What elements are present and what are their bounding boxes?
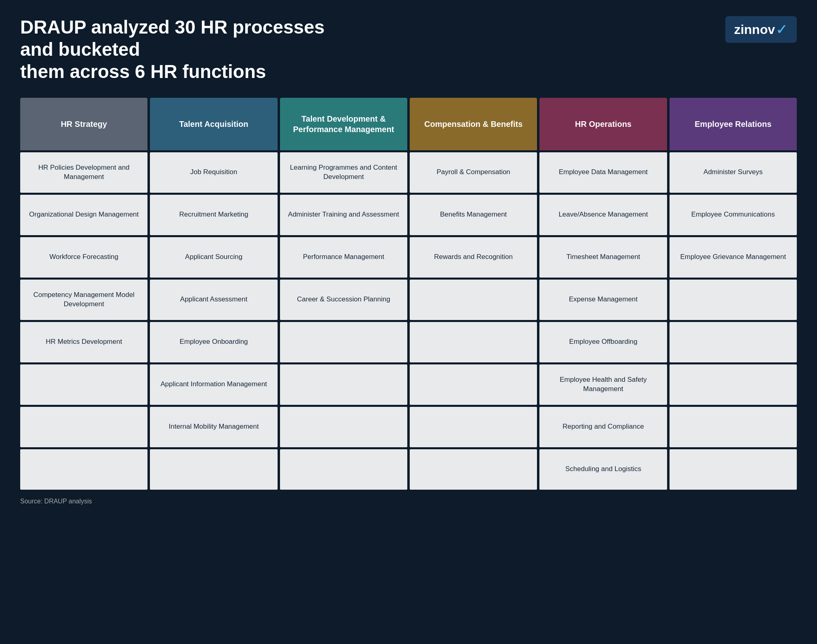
table-row: Employee Offboarding <box>539 322 667 362</box>
table-row: Applicant Information Management <box>150 364 277 405</box>
table-row <box>670 280 797 320</box>
table-row <box>20 407 147 447</box>
table-row <box>410 322 537 362</box>
table-row: Expense Management <box>539 280 667 320</box>
table-row: HR Policies Development and Management <box>20 152 147 193</box>
table-row: Employee Health and Safety Management <box>539 364 667 405</box>
column-talent-dev: Talent Development & Performance Managem… <box>280 98 407 490</box>
table-row: Applicant Sourcing <box>150 237 277 278</box>
page-title: DRAUP analyzed 30 HR processes and bucke… <box>20 16 343 83</box>
column-talent-acquisition: Talent AcquisitionJob RequisitionRecruit… <box>150 98 277 490</box>
table-row <box>410 407 537 447</box>
columns-wrapper: HR StrategyHR Policies Development and M… <box>20 98 797 490</box>
table-row <box>670 407 797 447</box>
column-hr-operations: HR OperationsEmployee Data ManagementLea… <box>539 98 667 490</box>
table-row <box>150 449 277 490</box>
table-row <box>280 322 407 362</box>
column-header-hr-strategy: HR Strategy <box>20 98 147 150</box>
table-row: Learning Programmes and Content Developm… <box>280 152 407 193</box>
table-row <box>670 449 797 490</box>
table-row: Rewards and Recognition <box>410 237 537 278</box>
column-header-employee-relations: Employee Relations <box>670 98 797 150</box>
table-row: HR Metrics Development <box>20 322 147 362</box>
table-row <box>410 449 537 490</box>
table-row: Employee Grievance Management <box>670 237 797 278</box>
table-row: Timesheet Management <box>539 237 667 278</box>
table-row: Administer Training and Assessment <box>280 195 407 235</box>
column-hr-strategy: HR StrategyHR Policies Development and M… <box>20 98 147 490</box>
logo-text: zinnov <box>734 22 775 37</box>
table-row: Competency Management Model Development <box>20 280 147 320</box>
table-row <box>20 449 147 490</box>
column-employee-relations: Employee RelationsAdminister SurveysEmpl… <box>670 98 797 490</box>
column-header-hr-operations: HR Operations <box>539 98 667 150</box>
table-row: Recruitment Marketing <box>150 195 277 235</box>
logo-icon: ✓ <box>776 21 788 38</box>
hr-functions-table: HR StrategyHR Policies Development and M… <box>20 98 797 490</box>
table-row: Leave/Absence Management <box>539 195 667 235</box>
table-row: Reporting and Compliance <box>539 407 667 447</box>
table-row <box>280 407 407 447</box>
column-header-comp-benefits: Compensation & Benefits <box>410 98 537 150</box>
table-row: Job Requisition <box>150 152 277 193</box>
table-row: Employee Communications <box>670 195 797 235</box>
table-row: Administer Surveys <box>670 152 797 193</box>
page-header: DRAUP analyzed 30 HR processes and bucke… <box>20 16 797 83</box>
column-header-talent-acquisition: Talent Acquisition <box>150 98 277 150</box>
table-row <box>20 364 147 405</box>
table-row <box>280 364 407 405</box>
source-citation: Source: DRAUP analysis <box>20 498 797 505</box>
table-row: Career & Succession Planning <box>280 280 407 320</box>
table-row: Applicant Assessment <box>150 280 277 320</box>
table-row: Performance Management <box>280 237 407 278</box>
table-row: Benefits Management <box>410 195 537 235</box>
table-row <box>670 364 797 405</box>
table-row: Scheduling and Logistics <box>539 449 667 490</box>
column-comp-benefits: Compensation & BenefitsPayroll & Compens… <box>410 98 537 490</box>
table-row: Employee Data Management <box>539 152 667 193</box>
logo: zinnov ✓ <box>725 16 797 43</box>
table-row: Internal Mobility Management <box>150 407 277 447</box>
table-row: Workforce Forecasting <box>20 237 147 278</box>
table-row <box>410 364 537 405</box>
table-row <box>670 322 797 362</box>
table-row: Organizational Design Management <box>20 195 147 235</box>
table-row <box>410 280 537 320</box>
column-header-talent-dev: Talent Development & Performance Managem… <box>280 98 407 150</box>
table-row <box>280 449 407 490</box>
table-row: Employee Onboarding <box>150 322 277 362</box>
table-row: Payroll & Compensation <box>410 152 537 193</box>
